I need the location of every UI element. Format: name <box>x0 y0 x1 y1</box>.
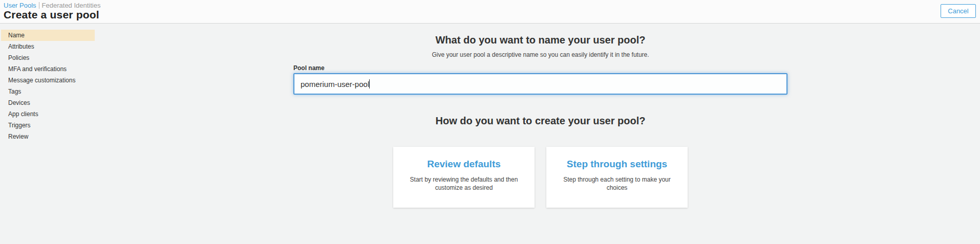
page-header: User Pools Federated Identities Create a… <box>0 0 980 24</box>
breadcrumb: User Pools Federated Identities <box>4 2 100 9</box>
pool-name-input[interactable] <box>293 73 787 95</box>
sidebar-item-review[interactable]: Review <box>1 131 95 142</box>
step-through-settings-description: Step through each setting to make your c… <box>557 175 677 192</box>
wizard-steps-sidebar: Name Attributes Policies MFA and verific… <box>1 30 95 142</box>
sidebar-item-mfa-and-verifications[interactable]: MFA and verifications <box>1 63 95 75</box>
review-defaults-description: Start by reviewing the defaults and then… <box>403 175 524 192</box>
review-defaults-card[interactable]: Review defaults Start by reviewing the d… <box>393 147 535 208</box>
review-defaults-title: Review defaults <box>393 159 535 170</box>
breadcrumb-divider <box>39 2 39 9</box>
pool-name-field <box>293 73 787 95</box>
pool-name-label: Pool name <box>293 64 787 72</box>
breadcrumb-federated-identities[interactable]: Federated Identities <box>42 2 101 9</box>
step-through-settings-title: Step through settings <box>546 159 688 170</box>
step-through-settings-card[interactable]: Step through settings Step through each … <box>546 147 688 208</box>
create-question-heading: How do you want to create your user pool… <box>293 115 787 127</box>
name-question-subtext: Give your user pool a descriptive name s… <box>293 51 787 58</box>
cancel-button[interactable]: Cancel <box>941 4 976 18</box>
creation-options: Review defaults Start by reviewing the d… <box>293 147 787 208</box>
sidebar-item-triggers[interactable]: Triggers <box>1 120 95 131</box>
breadcrumb-user-pools[interactable]: User Pools <box>4 2 36 9</box>
sidebar-item-tags[interactable]: Tags <box>1 86 95 97</box>
name-question-heading: What do you want to name your user pool? <box>293 34 787 46</box>
main-content: What do you want to name your user pool?… <box>293 24 787 208</box>
sidebar-item-name[interactable]: Name <box>1 30 95 41</box>
sidebar-item-app-clients[interactable]: App clients <box>1 108 95 120</box>
sidebar-item-attributes[interactable]: Attributes <box>1 41 95 52</box>
text-caret <box>369 79 370 88</box>
page-title: Create a user pool <box>4 9 99 21</box>
sidebar-item-message-customizations[interactable]: Message customizations <box>1 75 95 86</box>
sidebar-item-devices[interactable]: Devices <box>1 97 95 108</box>
sidebar-item-policies[interactable]: Policies <box>1 52 95 63</box>
